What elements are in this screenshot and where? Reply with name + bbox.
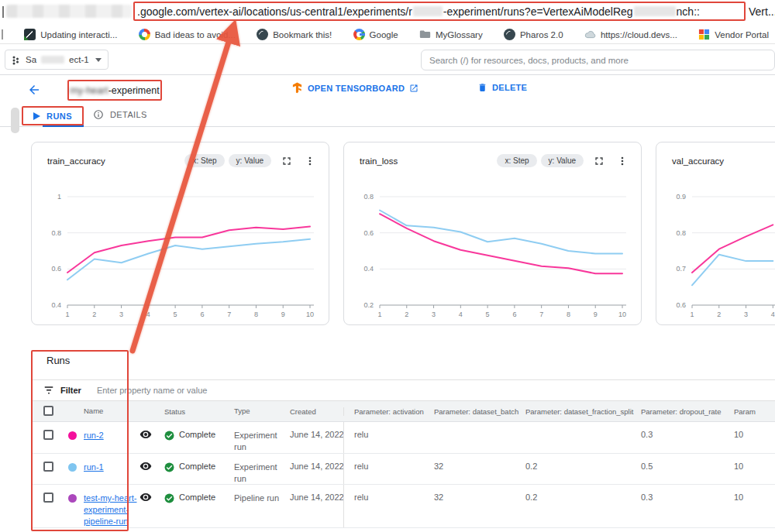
row-checkbox[interactable] [43,493,53,503]
url-redacted-mid-1 [413,6,443,16]
url-text-1: .google.com/vertex-ai/locations/us-centr… [137,5,412,18]
train-accuracy-chart: 0.40.60.8112345678910 [41,178,318,327]
column-header-fraction-split[interactable]: Parameter: dataset_fraction_split [525,407,641,416]
visibility-icon[interactable] [140,491,152,503]
visibility-icon[interactable] [140,460,152,472]
browser-url-bar[interactable]: .google.com/vertex-ai/locations/us-centr… [0,0,775,26]
column-header-activation[interactable]: Parameter: activation [343,407,434,416]
visibility-icon[interactable] [140,428,152,441]
filter-label: Filter [60,386,81,395]
play-icon [33,112,40,120]
table-row: test-my-heart-experiment-pipeline-run Co… [31,485,775,528]
column-header-dataset-batch[interactable]: Parameter: dataset_batch [434,407,525,416]
page-title: -experiment [108,85,160,96]
console-search [421,50,775,70]
status-label: Complete [179,462,215,471]
svg-text:2: 2 [92,311,96,318]
filter-input[interactable] [95,385,328,396]
status-complete-icon [164,462,174,472]
delete-button[interactable]: DELETE [477,82,527,93]
kebab-menu-icon[interactable] [616,155,629,167]
svg-text:3: 3 [744,311,748,318]
param-dataset-batch-value [434,422,525,453]
param-activation-value: relu [343,485,434,527]
svg-text:7: 7 [539,311,543,318]
dark-globe-icon [257,29,268,40]
column-header-type[interactable]: Type [234,407,290,417]
param-epochs-value: 10 [734,454,775,485]
tab-details[interactable]: DETAILS [93,109,147,120]
param-dropout-rate-value: 0.3 [641,485,734,527]
svg-text:0.8: 0.8 [51,229,61,237]
page-header: my-heart-experiment OPEN TENSORBOARD DEL… [0,75,775,106]
x-axis-chip[interactable]: x: Step [497,154,536,167]
fullscreen-icon[interactable] [281,155,293,167]
table-row: run-1 Complete Experiment run June 14, 2… [31,454,775,486]
search-input[interactable] [422,56,774,65]
select-all-checkbox[interactable] [43,406,53,416]
svg-text:8: 8 [567,311,570,318]
vertex-ai-experiment-screen: .google.com/vertex-ai/locations/us-centr… [0,0,775,532]
fullscreen-icon[interactable] [593,155,605,167]
column-header-dropout-rate[interactable]: Parameter: dropout_rate [641,407,734,416]
y-axis-chip[interactable]: y: Value [229,154,271,167]
bookmark-updating[interactable]: Updating interacti... [24,29,117,40]
svg-text:9: 9 [281,311,285,318]
title-redacted-part: my-heart [70,85,108,96]
feather-doc-icon [24,29,36,40]
dark-globe-icon [504,29,515,40]
info-icon [93,109,104,120]
external-link-icon [409,84,418,93]
kebab-menu-icon[interactable] [304,155,316,167]
svg-text:0.2: 0.2 [363,301,374,309]
svg-text:0.4: 0.4 [51,301,61,309]
param-dropout-rate-value: 0.5 [641,454,734,485]
svg-text:4: 4 [771,311,775,318]
x-axis-chip[interactable]: x: Step [184,154,224,167]
status-complete-icon [164,431,174,441]
url-text-2: -experiment/runs?e=VertexAiModelReg [443,5,633,18]
column-header-created[interactable]: Created [290,407,343,416]
svg-text:0.6: 0.6 [363,229,374,237]
bookmark-vendor-portal[interactable]: Vendor Portal [698,29,769,40]
back-arrow-icon[interactable] [27,83,41,97]
param-activation-value: relu [343,422,434,453]
column-header-param-truncated[interactable]: Param [734,407,775,416]
run-name-link[interactable]: run-2 [84,431,104,440]
status-complete-icon [164,493,174,503]
run-name-link[interactable]: test-my-heart-experiment-pipeline-run [84,493,136,526]
cloud-icon [584,29,596,40]
bookmark-myglossary[interactable]: MyGlossary [419,29,483,40]
svg-text:0.6: 0.6 [51,265,61,273]
row-checkbox[interactable] [43,462,53,472]
param-fraction-split-value: 0.2 [525,454,641,485]
bookmark-bookmark-this[interactable]: Bookmark this! [257,29,332,40]
svg-text:1: 1 [57,193,61,201]
url-cursor [2,6,4,18]
tab-runs[interactable]: RUNS [22,106,84,125]
svg-text:9: 9 [594,311,598,318]
svg-text:0.6: 0.6 [676,301,686,309]
url-text-overflow: Vert... [749,5,775,18]
run-created-date: June 14, 2022 [290,485,343,527]
row-checkbox[interactable] [43,430,53,440]
table-body: run-2 Complete Experiment run June 14, 2… [31,422,775,528]
bookmark-google[interactable]: Google [353,29,398,40]
project-selector[interactable]: Sa ect-1 [5,50,108,70]
bookmark-pharos[interactable]: Pharos 2.0 [504,29,563,40]
open-tensorboard-button[interactable]: OPEN TENSORBOARD [291,82,418,94]
column-header-status[interactable]: Status [164,407,234,416]
status-label: Complete [179,430,215,439]
param-dropout-rate-value: 0.3 [641,422,734,453]
bookmark-bad-ideas[interactable]: Bad ideas to avoid... [139,29,236,40]
run-name-link[interactable]: run-1 [84,462,104,472]
bookmark-cloud-devs[interactable]: https://cloud.devs... [584,29,677,40]
run-created-date: June 14, 2022 [290,422,343,453]
y-axis-chip[interactable]: y: Value [541,154,584,167]
project-name-suffix: ect-1 [69,55,89,64]
run-color-dot [68,431,77,440]
column-header-name[interactable]: Name [84,407,140,417]
run-created-date: June 14, 2022 [290,454,343,485]
chart-title: val_accuracy [672,156,724,166]
svg-text:0.8: 0.8 [676,229,686,237]
